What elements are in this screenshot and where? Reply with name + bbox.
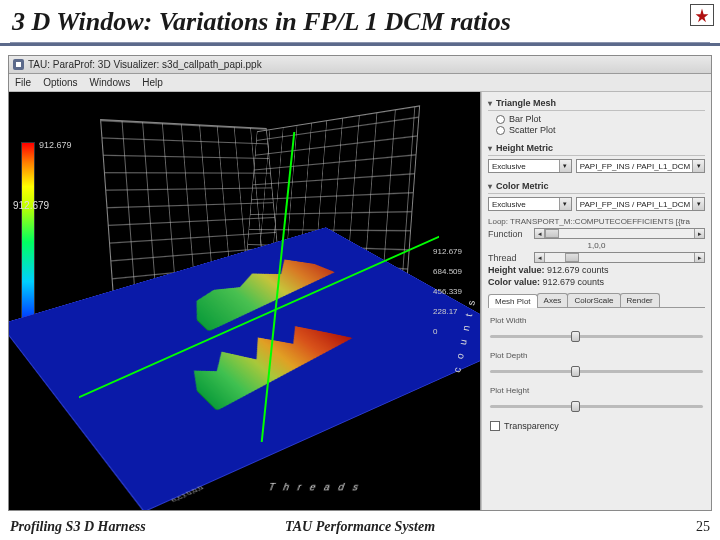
- radio-bar-plot[interactable]: Bar Plot: [496, 114, 705, 124]
- slide-footer: Profiling S3 D Harness TAU Performance S…: [0, 514, 720, 540]
- radio-icon: [496, 115, 505, 124]
- plot-depth-slider[interactable]: [490, 364, 703, 378]
- menu-options[interactable]: Options: [43, 77, 77, 88]
- window-title: TAU: ParaProf: 3D Visualizer: s3d_callpa…: [28, 59, 262, 70]
- chevron-down-icon: ▾: [692, 160, 704, 172]
- height-mode-combo[interactable]: Exclusive ▾: [488, 159, 572, 173]
- height-metric-combo[interactable]: PAPI_FP_INS / PAPI_L1_DCM ▾: [576, 159, 705, 173]
- plot-height-label: Plot Height: [490, 386, 703, 395]
- plot-height-slider[interactable]: [490, 399, 703, 413]
- menubar: File Options Windows Help: [9, 74, 711, 92]
- tab-mesh-plot[interactable]: Mesh Plot: [488, 294, 538, 308]
- menu-help[interactable]: Help: [142, 77, 163, 88]
- slide-logo: [690, 4, 714, 26]
- color-mode-combo[interactable]: Exclusive ▾: [488, 197, 572, 211]
- function-field-caption: Loop: TRANSPORT_M::COMPUTECOEFFICIENTS […: [488, 217, 705, 226]
- scroll-right-icon[interactable]: ▸: [694, 229, 704, 238]
- threads-axis-label: T h r e a d s: [267, 481, 363, 492]
- app-window: TAU: ParaProf: 3D Visualizer: s3d_callpa…: [8, 55, 712, 511]
- scroll-right-icon[interactable]: ▸: [694, 253, 704, 262]
- function-scrollbar[interactable]: ◂ ▸: [534, 228, 705, 239]
- checkbox-icon[interactable]: [490, 421, 500, 431]
- thread-value-caption: 1,0,0: [488, 241, 705, 250]
- scrollbar-thumb[interactable]: [545, 229, 559, 238]
- tab-colorscale[interactable]: ColorScale: [567, 293, 620, 307]
- footer-center: TAU Performance System: [0, 519, 720, 535]
- tab-axes[interactable]: Axes: [537, 293, 569, 307]
- scrollbar-thumb[interactable]: [565, 253, 579, 262]
- menu-windows[interactable]: Windows: [90, 77, 131, 88]
- app-titlebar[interactable]: TAU: ParaProf: 3D Visualizer: s3d_callpa…: [9, 56, 711, 74]
- color-metric-combo[interactable]: PAPI_FP_INS / PAPI_L1_DCM ▾: [576, 197, 705, 211]
- plot-option-tabs: Mesh Plot Axes ColorScale Render: [488, 293, 705, 308]
- thread-scrollbar[interactable]: ◂ ▸: [534, 252, 705, 263]
- page-number: 25: [696, 519, 710, 535]
- plot-width-slider[interactable]: [490, 329, 703, 343]
- height-metric-heading[interactable]: Height Metric: [488, 141, 705, 156]
- scroll-left-icon[interactable]: ◂: [535, 229, 545, 238]
- slide-title-text: 3 D Window: Variations in FP/L 1 DCM rat…: [12, 7, 511, 37]
- radio-scatter-plot[interactable]: Scatter Plot: [496, 125, 705, 135]
- chevron-down-icon: ▾: [559, 198, 571, 210]
- scroll-left-icon[interactable]: ◂: [535, 253, 545, 262]
- slide-title: 3 D Window: Variations in FP/L 1 DCM rat…: [0, 0, 720, 46]
- counts-axis-ticks: 912.679684.509456.339228.170: [433, 242, 462, 342]
- color-legend: [21, 142, 35, 342]
- function-label: Function: [488, 229, 530, 239]
- control-panel: Triangle Mesh Bar Plot Scatter Plot Heig…: [481, 92, 711, 510]
- tab-render[interactable]: Render: [620, 293, 660, 307]
- plot-width-label: Plot Width: [490, 316, 703, 325]
- chevron-down-icon: ▾: [559, 160, 571, 172]
- radio-icon: [496, 126, 505, 135]
- chevron-down-icon: ▾: [692, 198, 704, 210]
- app-icon: [13, 59, 24, 70]
- menu-file[interactable]: File: [15, 77, 31, 88]
- transparency-checkbox-row[interactable]: Transparency: [490, 421, 703, 431]
- color-metric-heading[interactable]: Color Metric: [488, 179, 705, 194]
- value-tag: 912.679: [13, 200, 49, 211]
- height-value-row: Height value: 912.679 counts: [488, 265, 705, 275]
- plot-type-heading[interactable]: Triangle Mesh: [488, 96, 705, 111]
- plot-depth-label: Plot Depth: [490, 351, 703, 360]
- legend-max: 912.679: [39, 140, 72, 150]
- color-value-row: Color value: 912.679 counts: [488, 277, 705, 287]
- plot-3d-area[interactable]: 912.679 0 912.679 .TAU applicationMPI_In…: [9, 92, 481, 510]
- thread-label: Thread: [488, 253, 530, 263]
